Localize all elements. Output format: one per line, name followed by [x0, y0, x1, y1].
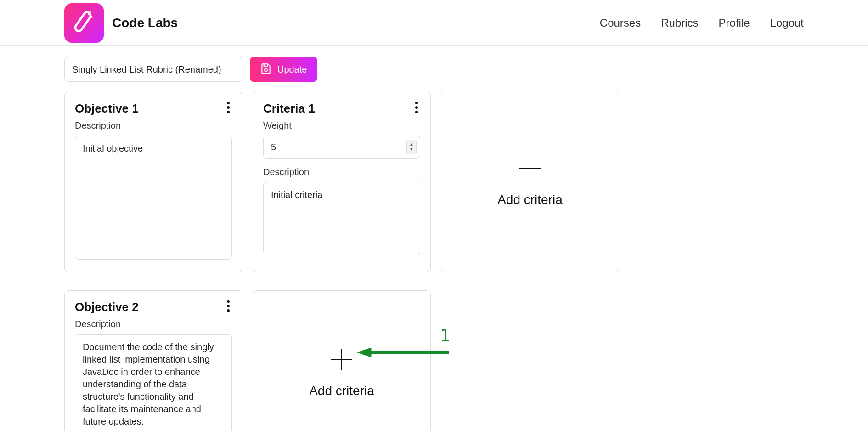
criteria-1-weight-label: Weight	[263, 120, 420, 131]
objective-2-description-input[interactable]	[75, 334, 232, 431]
criteria-1-description-label: Description	[263, 167, 420, 177]
main-nav: Courses Rubrics Profile Logout	[600, 17, 804, 29]
main-content: Update Objective 1 Description Criteria …	[0, 46, 868, 431]
criteria-1-description-input[interactable]	[263, 182, 420, 255]
svg-point-4	[265, 68, 268, 72]
chevron-down-icon: ▼	[410, 147, 414, 152]
add-criteria-button-row-2[interactable]: Add criteria	[253, 290, 431, 431]
svg-point-1	[88, 13, 90, 15]
add-criteria-label: Add criteria	[309, 384, 374, 398]
plus-icon	[519, 157, 541, 180]
objective-1-description-input[interactable]	[75, 136, 232, 260]
nav-logout[interactable]: Logout	[770, 17, 804, 29]
toolbar: Update	[64, 57, 804, 82]
objective-1-title: Objective 1	[75, 102, 232, 116]
objective-card-1: Objective 1 Description	[64, 92, 242, 272]
criteria-1-weight-stepper[interactable]: ▲ ▼	[406, 140, 417, 154]
objective-2-menu-button[interactable]	[223, 299, 234, 313]
brand[interactable]: Code Labs	[64, 3, 178, 43]
nav-courses[interactable]: Courses	[600, 17, 641, 29]
update-button[interactable]: Update	[250, 57, 317, 82]
chevron-up-icon: ▲	[410, 142, 414, 147]
add-criteria-label: Add criteria	[497, 193, 563, 207]
nav-rubrics[interactable]: Rubrics	[661, 17, 698, 29]
criteria-1-title: Criteria 1	[263, 102, 420, 116]
plus-icon	[330, 348, 353, 371]
objective-card-2: Objective 2 Description	[64, 290, 242, 431]
svg-point-3	[90, 11, 91, 12]
save-icon	[260, 62, 272, 77]
objective-1-menu-button[interactable]	[223, 101, 234, 114]
nav-profile[interactable]: Profile	[719, 17, 750, 29]
annotation-label: 1	[440, 326, 450, 345]
objective-2-title: Objective 2	[75, 300, 232, 314]
criteria-1-menu-button[interactable]	[411, 101, 422, 114]
objectives-list: Objective 1 Description Criteria 1 Weigh…	[64, 92, 804, 431]
objective-row-1: Objective 1 Description Criteria 1 Weigh…	[64, 92, 804, 272]
objective-1-description-label: Description	[75, 120, 232, 131]
brand-title: Code Labs	[112, 16, 178, 30]
criteria-1-weight-input[interactable]	[263, 136, 420, 159]
objective-row-2: Objective 2 Description Add criteria 1	[64, 290, 804, 431]
app-header: Code Labs Courses Rubrics Profile Logout	[0, 0, 868, 46]
criteria-card-1: Criteria 1 Weight ▲ ▼ Description	[253, 92, 431, 272]
rubric-name-input[interactable]	[64, 57, 242, 82]
update-button-label: Update	[277, 64, 307, 75]
svg-point-2	[91, 16, 93, 18]
brand-logo-icon	[64, 3, 104, 43]
add-criteria-button-row-1[interactable]: Add criteria	[441, 92, 619, 272]
objective-2-description-label: Description	[75, 319, 232, 329]
